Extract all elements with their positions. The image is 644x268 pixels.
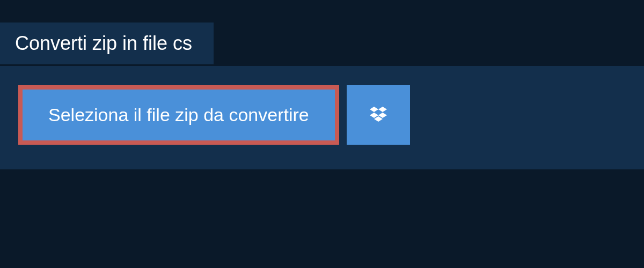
dropbox-button[interactable]	[347, 85, 410, 145]
conversion-panel: Seleziona il file zip da convertire	[0, 66, 644, 169]
tab-container: Converti zip in file cs	[0, 23, 214, 64]
tab-title: Converti zip in file cs	[15, 32, 192, 54]
dropbox-icon	[368, 105, 389, 126]
tab-convert[interactable]: Converti zip in file cs	[0, 23, 214, 64]
select-file-label: Seleziona il file zip da convertire	[48, 105, 309, 125]
button-row: Seleziona il file zip da convertire	[18, 85, 626, 145]
select-file-button[interactable]: Seleziona il file zip da convertire	[18, 85, 339, 145]
